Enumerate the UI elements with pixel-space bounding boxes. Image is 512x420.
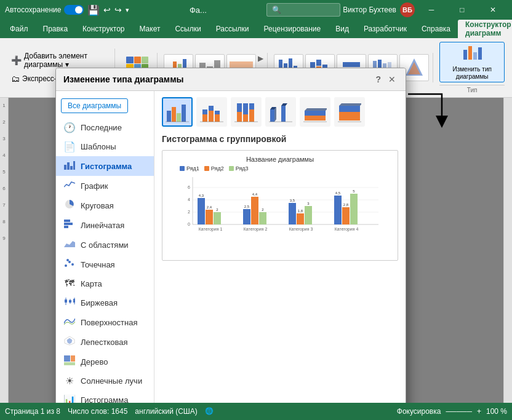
change-chart-type-button[interactable]: Изменить тип диаграммы — [439, 42, 505, 82]
status-bar: Страница 1 из 8 Число слов: 1645 английс… — [0, 403, 512, 420]
svg-rect-126 — [350, 194, 358, 224]
tab-chart-constructor[interactable]: Конструктор диаграмм — [458, 20, 512, 38]
svg-text:2,4: 2,4 — [207, 205, 212, 209]
svg-rect-70 — [167, 111, 171, 122]
svg-rect-100 — [339, 112, 360, 121]
chart-type-sunburst[interactable]: ☀ Солнечные лучи — [56, 371, 154, 390]
svg-rect-120 — [289, 203, 296, 224]
surface-icon — [63, 316, 76, 328]
bar-icon — [63, 219, 76, 231]
dialog-title-bar: Изменение типа диаграммы ? ✕ — [56, 68, 406, 91]
chart-type-templates[interactable]: 📄 Шаблоны — [56, 137, 154, 156]
search-box[interactable]: 🔍 — [266, 3, 340, 17]
subtype-stacked[interactable] — [196, 97, 227, 127]
close-button[interactable]: ✕ — [479, 0, 507, 20]
chart-type-pie[interactable]: Круговая — [56, 196, 154, 215]
chart-type-recent[interactable]: 🕐 Последние — [56, 118, 154, 137]
subtype-clustered[interactable] — [162, 97, 193, 127]
svg-rect-92 — [281, 106, 286, 122]
tab-links[interactable]: Ссылки — [167, 20, 208, 38]
subtype-3d-100[interactable] — [334, 97, 365, 127]
legend-dot-1 — [180, 166, 185, 171]
svg-rect-24 — [343, 62, 360, 67]
chart-type-bar[interactable]: Линейчатая — [56, 215, 154, 235]
subtype-3d-stacked[interactable] — [300, 97, 330, 127]
svg-rect-18 — [316, 60, 321, 66]
selected-chart-type-name: Гистограмма с группировкой — [162, 134, 398, 144]
status-bar-right: Фокусировка ───── + 100 % — [397, 407, 507, 416]
svg-rect-116 — [243, 209, 250, 224]
chart-type-scatter[interactable]: Точечная — [56, 255, 154, 274]
chart-type-graph[interactable]: График — [56, 176, 154, 196]
zoom-slider[interactable]: ───── — [446, 407, 472, 416]
tab-view[interactable]: Вид — [328, 20, 356, 38]
svg-point-43 — [65, 264, 67, 267]
legend-item-1: Ряд1 — [180, 165, 199, 172]
svg-rect-33 — [473, 52, 477, 60]
chart-type-histogram[interactable]: Гистограмма — [56, 156, 154, 176]
vertical-scrollbar[interactable] — [503, 98, 512, 420]
minimize-button[interactable]: ─ — [417, 0, 446, 20]
tab-edit[interactable]: Правка — [36, 20, 76, 38]
chart-preview-panel: Гистограмма с группировкой Название диаг… — [154, 91, 406, 420]
svg-rect-121 — [297, 213, 304, 224]
tab-mailings[interactable]: Рассылки — [209, 20, 257, 38]
status-bar-left: Страница 1 из 8 Число слов: 1645 английс… — [5, 407, 214, 416]
dropdown-icon[interactable]: ▾ — [126, 6, 129, 14]
preview-chart-title: Название диаграммы — [167, 156, 393, 163]
search-icon: 🔍 — [272, 6, 281, 14]
legend-item-2: Ряд2 — [204, 165, 224, 172]
app-title: Фа... — [190, 6, 207, 15]
svg-marker-93 — [281, 103, 287, 106]
scatter-icon — [63, 258, 76, 271]
chart-type-treemap[interactable]: Дерево — [56, 352, 154, 371]
chart-subtypes — [162, 97, 398, 127]
svg-rect-85 — [243, 114, 248, 122]
scroll-right-btn[interactable]: ▶ — [258, 54, 263, 63]
svg-rect-36 — [67, 162, 70, 170]
focus-mode[interactable]: Фокусировка — [397, 407, 441, 416]
chart-type-map[interactable]: 🗺 Карта — [56, 274, 154, 293]
all-charts-button[interactable]: Все диаграммы — [61, 98, 128, 113]
tab-help[interactable]: Справка — [414, 20, 458, 38]
zoom-in-icon[interactable]: + — [477, 407, 481, 416]
svg-text:0: 0 — [188, 222, 190, 226]
dialog-close-button[interactable]: ✕ — [386, 73, 398, 85]
tab-review[interactable]: Рецензирование — [257, 20, 329, 38]
language-icon: 🌐 — [205, 407, 214, 416]
tab-developer[interactable]: Разработчик — [356, 20, 414, 38]
tab-file[interactable]: Файл — [2, 20, 36, 38]
subtype-100pct[interactable] — [231, 97, 262, 127]
dialog-help-icon[interactable]: ? — [375, 74, 381, 84]
tab-layout[interactable]: Макет — [132, 20, 167, 38]
autosave-toggle[interactable] — [64, 5, 84, 15]
svg-text:Категория 2: Категория 2 — [244, 227, 268, 232]
svg-rect-95 — [305, 111, 326, 116]
svg-rect-32 — [468, 46, 472, 60]
mini-bar-chart: 0 2 4 6 Категория 1 Категория 2 — [167, 174, 393, 236]
svg-rect-124 — [334, 196, 342, 224]
stock-icon — [63, 296, 76, 309]
redo-icon[interactable]: ↪ — [114, 5, 122, 15]
page-info: Страница 1 из 8 — [5, 407, 60, 416]
save-icon[interactable]: 💾 — [87, 4, 100, 16]
svg-rect-83 — [237, 112, 242, 122]
arrow-indicator — [405, 91, 454, 128]
chart-type-stock[interactable]: Биржевая — [56, 293, 154, 312]
svg-text:6: 6 — [188, 185, 190, 189]
svg-rect-78 — [209, 111, 214, 122]
maximize-button[interactable]: □ — [448, 0, 476, 20]
svg-rect-75 — [202, 109, 207, 114]
subtype-3d[interactable] — [265, 97, 296, 127]
svg-rect-112 — [198, 198, 205, 224]
ribbon-tabs: Файл Правка Конструктор Макет Ссылки Рас… — [0, 20, 512, 38]
chart-type-radar[interactable]: Лепестковая — [56, 332, 154, 352]
chart-type-area[interactable]: С областями — [56, 235, 154, 255]
tab-constructor[interactable]: Конструктор — [75, 20, 132, 38]
chart-type-surface[interactable]: Поверхностная — [56, 312, 154, 332]
svg-text:Категория 4: Категория 4 — [335, 227, 359, 232]
undo-icon[interactable]: ↩ — [103, 5, 111, 15]
svg-rect-35 — [64, 165, 66, 170]
svg-rect-55 — [64, 355, 70, 362]
svg-rect-113 — [206, 210, 213, 224]
